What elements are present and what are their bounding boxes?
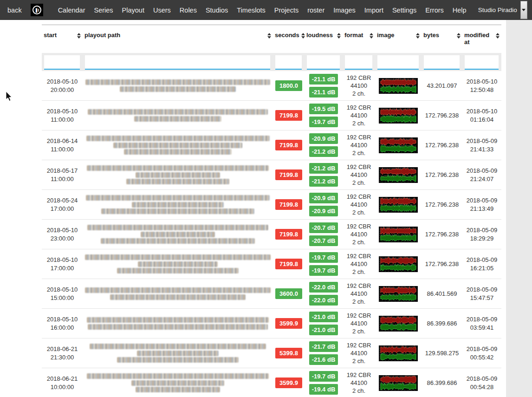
seconds-cell: 7199.8 — [273, 130, 305, 160]
nav-item-projects[interactable]: Projects — [274, 7, 298, 14]
nav-item-help[interactable]: Help — [453, 7, 467, 14]
loudness-badge: -20.7 dB — [309, 235, 338, 246]
sort-icon[interactable] — [77, 32, 81, 39]
filter-input-image[interactable] — [377, 55, 419, 70]
format-cell: 192 CBR441002 ch. — [343, 309, 375, 338]
playout-path-blurred — [83, 249, 273, 279]
filter-input-path[interactable] — [85, 55, 270, 70]
studio-select[interactable]: Studio Piradio — [475, 1, 527, 19]
column-header-bytes[interactable]: bytes — [422, 25, 462, 53]
nav-item-users[interactable]: Users — [153, 7, 171, 14]
filter-row-body — [42, 53, 501, 71]
playout-path-blurred — [83, 279, 273, 309]
filter-input-loudness[interactable] — [307, 55, 340, 70]
filter-input-seconds[interactable] — [275, 55, 302, 70]
column-header-format[interactable]: format — [343, 25, 375, 53]
bytes-cell: 43.201.097 — [422, 71, 462, 101]
loudness-badge: -19.7 dB — [309, 252, 338, 263]
loudness-badge: -21.2 dB — [309, 146, 338, 157]
sort-icon[interactable] — [457, 32, 461, 39]
waveform-image[interactable] — [375, 71, 422, 101]
playout-files-table: startplayout pathsecondsloudnessformatim… — [42, 25, 501, 397]
waveform-image[interactable] — [375, 338, 422, 368]
loudness-cell: -21.1 dB-21.1 dB — [305, 71, 343, 101]
seconds-cell: 7199.8 — [273, 190, 305, 220]
modified-at-cell: 2018-05-1001:16:04 — [462, 101, 501, 130]
bytes-cell: 86.399.686 — [422, 368, 462, 397]
sort-icon[interactable] — [496, 32, 500, 39]
waveform-image[interactable] — [375, 249, 422, 279]
waveform-image[interactable] — [375, 160, 422, 190]
nav-item-import[interactable]: Import — [364, 7, 383, 14]
column-header-seconds[interactable]: seconds — [273, 25, 305, 53]
playout-path-blurred — [83, 368, 273, 397]
filter-input-start[interactable] — [44, 55, 80, 70]
table-row: 2018-05-1017:00:007199.8-19.7 dB-19.7 dB… — [42, 249, 501, 279]
nav-item-settings[interactable]: Settings — [392, 7, 416, 14]
waveform-image[interactable] — [375, 309, 422, 338]
nav-item-back[interactable]: back — [7, 7, 22, 14]
modified-at-cell: 2018-05-0921:13:49 — [462, 190, 501, 220]
loudness-cell: -21.2 dB-21.2 dB — [305, 160, 343, 190]
loudness-badge: -21.2 dB — [309, 176, 338, 187]
nav-item-studios[interactable]: Studios — [206, 7, 228, 14]
bytes-cell: 172.796.238 — [422, 160, 462, 190]
waveform-image[interactable] — [375, 368, 422, 397]
start-cell: 2018-06-1411:00:00 — [42, 130, 83, 160]
waveform-image[interactable] — [375, 101, 422, 130]
nav-item-calendar[interactable]: Calendar — [58, 7, 85, 14]
bytes-cell: 172.796.238 — [422, 220, 462, 249]
waveform-image[interactable] — [375, 190, 422, 220]
bytes-cell: 172.796.238 — [422, 130, 462, 160]
nav-item-roster[interactable]: roster — [307, 7, 324, 14]
playout-path-blurred — [83, 71, 273, 101]
format-cell: 192 CBR441002 ch. — [343, 249, 375, 279]
format-cell: 192 CBR441002 ch. — [343, 130, 375, 160]
nav-item-errors[interactable]: Errors — [425, 7, 443, 14]
start-cell: 2018-05-2417:00:00 — [42, 190, 83, 220]
waveform-image[interactable] — [375, 279, 422, 309]
nav-item-series[interactable]: Series — [94, 7, 113, 14]
seconds-cell: 7199.8 — [273, 220, 305, 249]
filter-input-modified[interactable] — [465, 55, 499, 70]
seconds-badge: 7199.8 — [275, 110, 302, 121]
column-header-path[interactable]: playout path — [83, 25, 273, 53]
waveform-image[interactable] — [375, 220, 422, 249]
sort-icon[interactable] — [416, 32, 420, 39]
column-label: playout path — [84, 32, 120, 39]
column-label: loudness — [306, 32, 333, 39]
nav-item-playout[interactable]: Playout — [122, 7, 144, 14]
nav-item-roles[interactable]: Roles — [180, 7, 197, 14]
sort-icon[interactable] — [301, 32, 305, 39]
modified-at-cell: 2018-05-0916:21:05 — [462, 249, 501, 279]
column-header-loudness[interactable]: loudness — [305, 25, 343, 53]
nav-item-timeslots[interactable]: Timeslots — [237, 7, 266, 14]
column-header-image[interactable]: image — [375, 25, 422, 53]
format-cell: 192 CBR441002 ch. — [343, 368, 375, 397]
waveform-image[interactable] — [375, 130, 422, 160]
sort-icon[interactable] — [267, 32, 271, 39]
column-header-start[interactable]: start — [42, 25, 83, 53]
seconds-cell: 7199.8 — [273, 249, 305, 279]
bytes-cell: 172.796.238 — [422, 190, 462, 220]
loudness-badge: -21.6 dB — [309, 354, 338, 365]
playout-path-blurred — [83, 338, 273, 368]
filter-input-bytes[interactable] — [424, 55, 460, 70]
loudness-badge: -19.7 dB — [309, 265, 338, 276]
table-row: 2018-06-1411:00:007199.8-20.9 dB-21.2 dB… — [42, 130, 501, 160]
loudness-badge: -22.0 dB — [309, 295, 338, 306]
sort-icon[interactable] — [337, 32, 341, 39]
chevron-down-icon[interactable] — [520, 1, 527, 19]
sort-icon[interactable] — [370, 32, 373, 39]
filter-input-format[interactable] — [345, 55, 372, 70]
piradio-logo-icon[interactable]: ❚I — [31, 4, 43, 16]
seconds-cell: 1800.0 — [273, 71, 305, 101]
table-row: 2018-05-1023:00:007199.8-20.7 dB-20.7 dB… — [42, 220, 501, 249]
project-select[interactable]: Project 88vier — [530, 1, 532, 19]
page-right-gutter — [506, 20, 532, 397]
column-header-modified[interactable]: modified at — [462, 25, 501, 53]
column-label: format — [344, 32, 363, 39]
seconds-badge: 7199.8 — [275, 199, 302, 210]
nav-item-images[interactable]: Images — [333, 7, 356, 14]
bytes-cell: 86.401.569 — [422, 279, 462, 309]
